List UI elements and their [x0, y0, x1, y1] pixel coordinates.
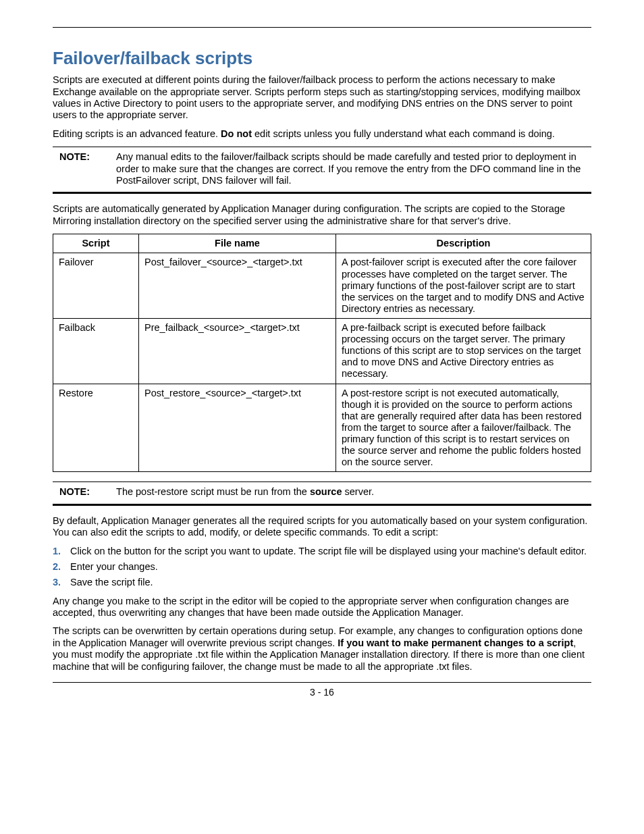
note-label: NOTE: — [53, 486, 113, 498]
cell-desc: A pre-failback script is executed before… — [336, 319, 591, 384]
cell-script: Failback — [53, 319, 139, 384]
col-header-file: File name — [139, 234, 336, 253]
table-row: Failover Post_failover_<source>_<target>… — [53, 253, 591, 319]
source-bold: source — [310, 486, 342, 497]
list-item: Click on the button for the script you w… — [53, 546, 591, 557]
cell-file: Post_restore_<source>_<target>.txt — [139, 384, 336, 472]
steps-list: Click on the button for the script you w… — [53, 546, 591, 589]
do-not-bold: Do not — [221, 128, 252, 139]
paragraph-overwrite: Any change you make to the script in the… — [53, 596, 591, 619]
cell-desc: A post-restore script is not executed au… — [336, 384, 591, 472]
note-label: NOTE: — [53, 151, 113, 163]
text: The post-restore script must be run from… — [116, 486, 310, 497]
paragraph-edit-script: By default, Application Manager generate… — [53, 515, 591, 539]
list-item: Save the script file. — [53, 577, 591, 588]
note-body: Any manual edits to the failover/failbac… — [116, 151, 582, 186]
text: Editing scripts is an advanced feature. — [53, 128, 221, 139]
cell-desc: A post-failover script is executed after… — [336, 253, 591, 319]
text: server. — [342, 486, 374, 497]
cell-script: Failover — [53, 253, 139, 319]
col-header-script: Script — [53, 234, 139, 253]
permanent-bold: If you want to make permanent changes to… — [338, 637, 573, 648]
cell-script: Restore — [53, 384, 139, 472]
paragraph-auto-generated: Scripts are automatically generated by A… — [53, 203, 591, 227]
note-block-2: NOTE: The post-restore script must be ru… — [53, 481, 591, 505]
top-rule — [53, 27, 591, 28]
paragraph-permanent: The scripts can be overwritten by certai… — [53, 625, 591, 673]
scripts-table: Script File name Description Failover Po… — [53, 234, 591, 472]
cell-file: Post_failover_<source>_<target>.txt — [139, 253, 336, 319]
cell-file: Pre_failback_<source>_<target>.txt — [139, 319, 336, 384]
col-header-desc: Description — [336, 234, 591, 253]
page-title: Failover/failback scripts — [53, 48, 591, 69]
footer: 3 - 16 — [53, 682, 591, 698]
table-header-row: Script File name Description — [53, 234, 591, 253]
table-row: Failback Pre_failback_<source>_<target>.… — [53, 319, 591, 384]
list-item: Enter your changes. — [53, 561, 591, 573]
table-row: Restore Post_restore_<source>_<target>.t… — [53, 384, 591, 472]
note-body: The post-restore script must be run from… — [116, 486, 374, 498]
page-number: 3 - 16 — [310, 687, 334, 698]
text: edit scripts unless you fully understand… — [252, 128, 555, 139]
paragraph-edit-warning: Editing scripts is an advanced feature. … — [53, 128, 591, 140]
paragraph-intro: Scripts are executed at different points… — [53, 74, 591, 122]
note-block-1: NOTE: Any manual edits to the failover/f… — [53, 147, 591, 194]
